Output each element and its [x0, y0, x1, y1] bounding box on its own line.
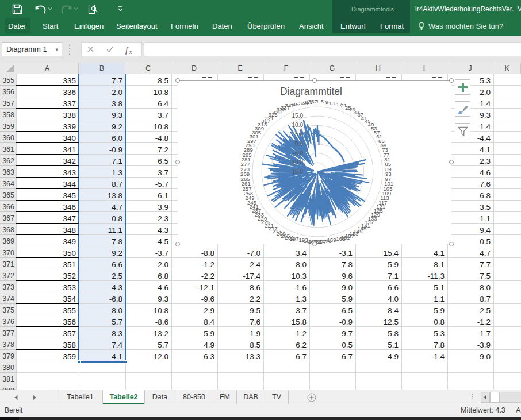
svg-text:5: 5 [321, 98, 324, 105]
svg-text:-15.0: -15.0 [290, 168, 303, 175]
svg-text:10.0: 10.0 [292, 122, 304, 128]
svg-text:Diagrammtitel: Diagrammtitel [280, 86, 342, 97]
svg-text:x: x [129, 49, 132, 55]
svg-text:165: 165 [336, 236, 346, 242]
svg-text:f: f [125, 45, 129, 55]
svg-text:357: 357 [308, 98, 317, 105]
svg-text:13: 13 [328, 100, 335, 106]
svg-text:0.0: 0.0 [295, 141, 303, 147]
svg-text:345: 345 [289, 101, 298, 107]
svg-text:5.0: 5.0 [295, 131, 303, 137]
svg-text:-10.0: -10.0 [290, 159, 303, 165]
svg-text:-5.0: -5.0 [293, 150, 304, 156]
svg-text:193: 193 [298, 237, 308, 243]
svg-text:15.0: 15.0 [292, 113, 304, 119]
